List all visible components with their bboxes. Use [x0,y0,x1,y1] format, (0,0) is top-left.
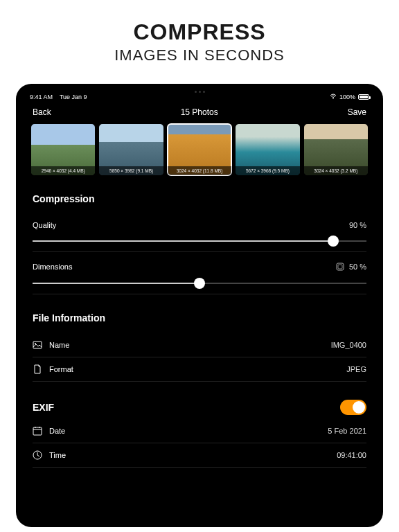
svg-rect-1 [337,263,344,270]
thumbnail[interactable]: 2946 × 4032 (4.4 MB) [31,124,95,175]
battery-percent: 100% [339,94,355,100]
date-row[interactable]: Date 5 Feb 2021 [33,419,366,443]
thumbnail-dims: 3024 × 4032 (11.8 MB) [168,166,231,175]
slider-knob[interactable] [194,278,205,289]
date-value: 5 Feb 2021 [328,427,366,435]
dimensions-label: Dimensions [33,263,72,271]
status-time: 9:41 AM [30,94,53,100]
quality-label: Quality [33,221,56,229]
back-button[interactable]: Back [33,107,51,117]
aspect-lock-icon[interactable] [335,262,345,272]
thumbnail-dims: 3024 × 4032 (3.2 MB) [304,166,368,175]
compression-section: Compression Quality 90 % Dimensions 50 % [23,193,376,294]
wifi-icon [330,94,337,100]
thumbnail-dims: 5850 × 3982 (9.1 MB) [99,166,163,175]
format-row[interactable]: Format JPEG [33,357,366,382]
page-title: 15 Photos [181,107,218,117]
calendar-icon [33,426,42,436]
thumbnail-dims: 2946 × 4032 (4.4 MB) [31,166,95,175]
exif-toggle[interactable] [340,400,366,415]
tablet-frame: 9:41 AM Tue Jan 9 100% Back 15 Photos Sa… [16,84,383,527]
time-label: Time [49,451,66,459]
svg-rect-3 [33,342,42,348]
status-right: 100% [330,94,369,100]
thumbnail[interactable]: 5850 × 3982 (9.1 MB) [99,124,163,175]
toggle-knob [353,401,365,414]
quality-value: 90 % [349,221,366,229]
format-label: Format [49,365,73,373]
battery-icon [358,94,369,100]
dimensions-slider[interactable] [33,272,366,294]
name-value: IMG_0400 [331,341,366,349]
quality-row: Quality 90 % [33,214,366,229]
app-screen: 9:41 AM Tue Jan 9 100% Back 15 Photos Sa… [23,91,376,520]
svg-rect-2 [338,265,342,269]
nav-bar: Back 15 Photos Save [23,102,376,124]
section-title-compression: Compression [33,193,366,204]
exif-section: EXIF Date 5 Feb 2021 [23,400,376,468]
marketing-subtitle: IMAGES IN SECONDS [0,46,399,64]
clock-icon [33,450,42,460]
slider-fill [33,240,333,242]
dimensions-row: Dimensions 50 % [33,252,366,272]
name-row[interactable]: Name IMG_0400 [33,333,366,357]
date-label: Date [49,427,65,435]
save-button[interactable]: Save [348,107,366,117]
status-left: 9:41 AM Tue Jan 9 [30,94,87,100]
document-icon [33,364,42,374]
section-title-file-info: File Information [33,312,366,323]
quality-slider[interactable] [33,229,366,252]
name-label: Name [49,341,69,349]
marketing-title: COMPRESS [0,19,399,45]
image-icon [33,340,42,350]
time-row[interactable]: Time 09:41:00 [33,443,366,468]
thumbnail[interactable]: 3024 × 4032 (3.2 MB) [304,124,368,175]
time-value: 09:41:00 [337,451,366,459]
device-notch [186,91,213,94]
marketing-header: COMPRESS IMAGES IN SECONDS [0,0,399,77]
file-info-section: File Information Name IMG_0400 Format [23,312,376,382]
dimensions-value: 50 % [349,263,366,271]
thumbnail-dims: 5672 × 3968 (9.5 MB) [236,166,299,175]
slider-knob[interactable] [328,236,339,247]
svg-rect-5 [33,427,42,435]
thumbnail[interactable]: 5672 × 3968 (9.5 MB) [236,124,299,175]
svg-point-0 [332,98,334,99]
section-title-exif: EXIF [33,402,54,413]
thumbnail-row: 2946 × 4032 (4.4 MB) 5850 × 3982 (9.1 MB… [23,124,376,175]
slider-fill [33,283,200,284]
format-value: JPEG [346,365,366,373]
thumbnail[interactable]: 3024 × 4032 (11.8 MB) [168,124,231,175]
status-date: Tue Jan 9 [60,94,87,100]
